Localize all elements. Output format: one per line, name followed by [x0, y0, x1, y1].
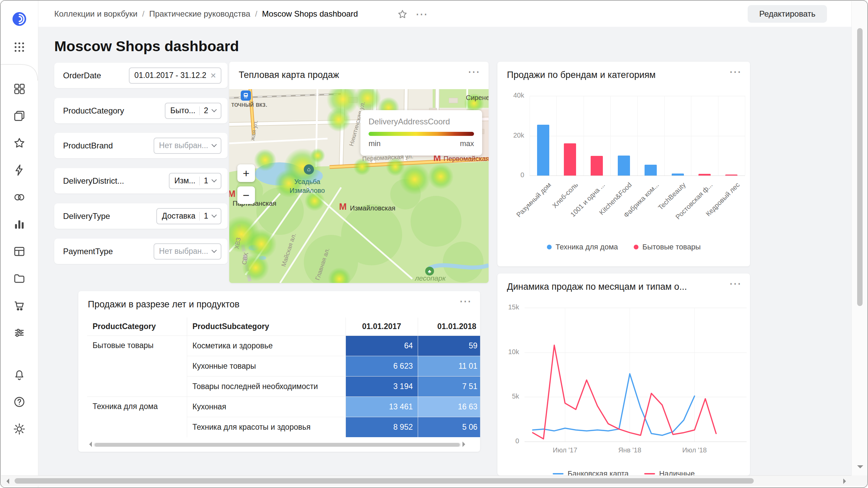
breadcrumb-separator: / [142, 9, 144, 19]
horizontal-scrollbar[interactable] [1, 475, 851, 486]
bar-segment[interactable] [698, 174, 711, 176]
divider [199, 177, 200, 185]
column-header[interactable]: 01.01.2017 [346, 318, 418, 336]
settings-sliders-icon[interactable] [12, 325, 27, 340]
delivery-district-select[interactable]: Изм... 1 [169, 173, 221, 189]
museum-marker-icon: ⌂ [304, 164, 314, 175]
x-axis-tick: Июл '17 [541, 446, 589, 454]
chart-menu-icon[interactable]: ⋯ [729, 278, 742, 290]
zoom-out-button[interactable]: − [237, 186, 255, 204]
zoom-in-button[interactable]: + [237, 164, 255, 182]
bar-segment[interactable] [591, 156, 603, 176]
sidebar [1, 1, 38, 487]
apps-grid-icon[interactable] [12, 40, 27, 55]
charts-icon[interactable] [12, 217, 27, 232]
legend-item[interactable]: Бытовые товары [634, 243, 701, 251]
bar-segment[interactable] [645, 165, 657, 176]
bar-segment[interactable] [725, 175, 737, 176]
product-category-select[interactable]: Быто... 2 [165, 103, 221, 119]
x-axis-tick: Июл '18 [671, 446, 718, 454]
column-header[interactable]: ProductCategory [87, 318, 187, 336]
datasets-icon[interactable] [12, 244, 27, 259]
dashboards-icon[interactable] [12, 81, 27, 96]
filter-orderdate: OrderDate 01.01.2017 - 31.12.2 × [54, 63, 228, 88]
map-label: Измайлово [290, 187, 325, 195]
legend-swatch [553, 473, 564, 474]
chart-menu-icon[interactable]: ⋯ [729, 66, 742, 78]
orderdate-value: 01.01.2017 - 31.12.2 [134, 71, 206, 80]
bar-segment[interactable] [618, 156, 630, 176]
scroll-right-icon[interactable] [843, 479, 849, 484]
collections-icon[interactable] [12, 108, 27, 123]
legend-swatch [547, 245, 552, 249]
files-icon[interactable] [12, 271, 27, 286]
vertical-scrollbar[interactable] [851, 1, 868, 475]
breadcrumb-item[interactable]: Практические руководства [149, 9, 250, 19]
datalens-logo[interactable] [12, 12, 27, 26]
favorites-icon[interactable] [12, 136, 27, 150]
edit-button[interactable]: Редактировать [748, 5, 827, 23]
chevron-down-icon [212, 248, 217, 253]
select-value: Доставка [162, 211, 195, 221]
horizontal-scrollbar-thumb[interactable] [15, 478, 754, 484]
chart-menu-icon[interactable]: ⋯ [468, 66, 480, 78]
services-icon[interactable] [12, 190, 27, 205]
filter-label: PaymentType [63, 247, 113, 256]
legend-item[interactable]: Банковская карта [553, 469, 629, 475]
value-cell: 11 01 [418, 356, 480, 376]
y-axis-tick: 5k [497, 392, 519, 400]
filter-label: OrderDate [63, 71, 101, 80]
help-icon[interactable] [12, 394, 27, 409]
vertical-scrollbar-thumb[interactable] [857, 28, 863, 306]
marketplace-icon[interactable] [12, 298, 27, 313]
breadcrumb-item[interactable]: Коллекции и воркбуки [54, 9, 137, 19]
subcategory-cell: Косметика и здоровье [187, 336, 346, 356]
selected-count-badge: 1 [204, 211, 208, 221]
bar-segment[interactable] [537, 125, 549, 176]
breadcrumb-menu-icon[interactable]: ⋯ [415, 8, 428, 20]
column-header[interactable]: 01.01.2018 [418, 318, 480, 336]
connections-icon[interactable] [12, 163, 27, 178]
chevron-down-icon [212, 142, 217, 147]
orderdate-range-input[interactable]: 01.01.2017 - 31.12.2 × [129, 67, 221, 84]
product-brand-select[interactable]: Нет выбран... [154, 138, 221, 154]
select-placeholder: Нет выбран... [159, 247, 208, 256]
chart-legend: Банковская картаНаличные [497, 469, 750, 475]
value-cell: 13 461 [346, 396, 418, 417]
value-cell: 6 623 [346, 356, 418, 376]
select-value: Изм... [174, 176, 195, 185]
notifications-icon[interactable] [12, 367, 27, 382]
map-label: точный вкз. [231, 101, 268, 108]
scroll-left-icon[interactable] [4, 479, 9, 484]
table-scrollbar[interactable] [93, 443, 461, 447]
value-cell: 16 63 [418, 396, 480, 417]
favorite-star-icon[interactable] [397, 9, 408, 20]
line-series[interactable] [533, 345, 716, 439]
delivery-type-select[interactable]: Доставка 1 [156, 208, 221, 224]
subcategory-cell: Кухонные товары [187, 356, 346, 376]
bar-segment[interactable] [672, 174, 684, 176]
chart-menu-icon[interactable]: ⋯ [459, 295, 472, 307]
table-scroll-right-icon[interactable] [462, 442, 468, 447]
bar-segment[interactable] [564, 143, 576, 176]
table-scrollbar-thumb[interactable] [95, 443, 460, 447]
filter-payment-type: PaymentType Нет выбран... [54, 239, 228, 264]
preferences-gear-icon[interactable] [12, 422, 27, 436]
table-scroll-left-icon[interactable] [86, 442, 92, 447]
subcategory-cell: Техника для красоты и здоровья [187, 417, 346, 437]
payment-type-select[interactable]: Нет выбран... [154, 243, 221, 260]
selected-count-badge: 2 [204, 106, 208, 115]
filter-label: ProductCategory [63, 106, 124, 116]
legend-item[interactable]: Наличные [644, 469, 695, 475]
topbar: Коллекции и воркбуки/Практические руково… [38, 1, 851, 27]
legend-item[interactable]: Техника для дома [547, 243, 618, 251]
column-header[interactable]: ProductSubcategory [187, 318, 346, 336]
scroll-down-icon[interactable] [857, 465, 863, 471]
chevron-down-icon [212, 212, 217, 218]
legend-title: DeliveryAddressCoord [369, 117, 474, 126]
map-canvas[interactable]: ⌂МММ♣ точный вкз.СиреневыйНикитинская ул… [229, 89, 489, 283]
clear-icon[interactable]: × [211, 71, 216, 80]
station-marker-icon [241, 90, 251, 101]
map-gradient-legend: DeliveryAddressCoord min max [360, 110, 482, 156]
y-axis-tick: 10k [497, 348, 519, 356]
